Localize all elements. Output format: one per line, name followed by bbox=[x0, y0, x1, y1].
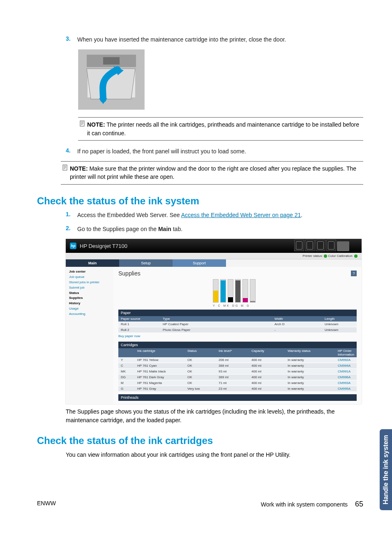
order-link[interactable]: CM993A bbox=[335, 380, 357, 386]
order-link[interactable]: CM992A bbox=[335, 357, 357, 363]
ink-axis-labels: Y C MK DG M G bbox=[213, 304, 357, 307]
supplies-page-description: The Supplies page shows you the status o… bbox=[66, 407, 363, 424]
step-4-text: If no paper is loaded, the front panel w… bbox=[77, 147, 246, 155]
cartridge-row: DGHP 761 Dark GrayOK389 ml400 mlIn warra… bbox=[118, 375, 357, 380]
buy-paper-link[interactable]: Buy paper now bbox=[118, 333, 357, 339]
note-icon bbox=[78, 120, 87, 137]
ews-status-bar: Printer status: Color Calibration bbox=[66, 253, 362, 259]
check-step-2-text-a: Go to the Supplies page on the bbox=[77, 226, 158, 232]
tab-setup[interactable]: Setup bbox=[119, 259, 173, 267]
sidebar-item-stored-jobs[interactable]: Stored jobs in printer bbox=[69, 280, 110, 285]
order-link[interactable]: CM996A bbox=[335, 375, 357, 380]
footer-right: Work with ink system components bbox=[261, 501, 348, 508]
check-step-1-text-b: . bbox=[301, 212, 302, 218]
help-icon[interactable]: ? bbox=[351, 271, 357, 276]
sidebar-item-submit-job[interactable]: Submit job bbox=[69, 285, 110, 291]
printer-status-value: Color Calibration bbox=[328, 254, 353, 258]
step-4: 4. If no paper is loaded, the front pane… bbox=[66, 147, 363, 155]
check-step-1: 1. Access the Embedded Web Server. See A… bbox=[66, 211, 363, 219]
hp-logo-icon: hp bbox=[70, 243, 76, 249]
check-step-2-text-b: tab. bbox=[171, 226, 182, 232]
order-link[interactable]: CM991A bbox=[335, 369, 357, 374]
cartridge-row: GHP 761 GrayVery low23 ml400 mlIn warran… bbox=[118, 386, 357, 392]
note-text: Make sure that the printer window and th… bbox=[70, 165, 356, 180]
cartridge-row: YHP 761 YellowOK206 ml400 mlIn warrantyC… bbox=[118, 357, 357, 363]
link-access-ews[interactable]: Access the Embedded Web Server on page 2… bbox=[181, 212, 301, 218]
step-3-text: When you have inserted the maintenance c… bbox=[77, 35, 286, 44]
check-step-2-number: 2. bbox=[66, 225, 77, 233]
check-step-1-number: 1. bbox=[66, 211, 77, 219]
check-step-2-bold: Main bbox=[158, 226, 171, 232]
order-link[interactable]: CM995A bbox=[335, 386, 357, 391]
status-dot-icon bbox=[354, 254, 357, 258]
printer-icon bbox=[337, 241, 349, 251]
sidebar-item-usage[interactable]: Usage bbox=[69, 306, 110, 312]
ink-cartridges-description: You can view information about your ink … bbox=[66, 451, 363, 459]
status-dot-icon bbox=[324, 254, 327, 258]
chapter-side-tab: Handle the ink system bbox=[380, 429, 392, 510]
ews-screenshot: hp HP Designjet T7100 Printer status: Co… bbox=[66, 239, 362, 404]
paper-row: Roll 1 HP Coated Paper Arch D Unknown bbox=[118, 321, 357, 327]
note-label: NOTE: bbox=[70, 165, 88, 172]
paper-table-header: Paper source Type Width Length bbox=[118, 316, 357, 321]
step-3-number: 3. bbox=[66, 35, 77, 44]
sidebar-item-accounting[interactable]: Accounting bbox=[69, 312, 110, 317]
ews-main-panel: Supplies ? Y C MK DG M G Paper Paper sou… bbox=[113, 267, 362, 404]
paper-section-header: Paper bbox=[118, 310, 357, 316]
cartridge-row: MKHP 761 Matte blackOK93 ml400 mlIn warr… bbox=[118, 369, 357, 375]
step-4-number: 4. bbox=[66, 147, 77, 155]
ews-tabs: Main Setup Support bbox=[66, 259, 362, 267]
check-step-1-text-a: Access the Embedded Web Server. See bbox=[77, 212, 181, 218]
maintenance-cartridge-figure bbox=[78, 49, 145, 110]
printer-status-label: Printer status: bbox=[302, 254, 323, 258]
ews-sidebar: Job center Job queue Stored jobs in prin… bbox=[66, 267, 113, 404]
tab-main[interactable]: Main bbox=[66, 259, 119, 267]
printheads-section-header: Printheads bbox=[118, 394, 357, 401]
tab-support[interactable]: Support bbox=[173, 259, 226, 267]
page-number: 65 bbox=[355, 500, 363, 508]
cartridges-section-header: Cartridges bbox=[118, 342, 357, 348]
note-icon bbox=[61, 164, 70, 181]
page-footer: ENWW Work with ink system components 65 bbox=[37, 500, 363, 509]
svg-rect-2 bbox=[103, 57, 120, 65]
heading-check-status-ink-cartridges: Check the status of the ink cartridges bbox=[37, 435, 363, 446]
paper-row: Roll 2 Photo Gloss Paper - Unknown bbox=[118, 327, 357, 333]
sidebar-item-supplies[interactable]: Supplies bbox=[69, 296, 110, 301]
header-cartridge-icons bbox=[294, 240, 349, 251]
note-label: NOTE: bbox=[87, 121, 105, 128]
order-link[interactable]: CM994A bbox=[335, 363, 357, 368]
footer-left: ENWW bbox=[37, 500, 56, 509]
cartridges-table-header: Ink cartridge Status Ink level* Capacity… bbox=[118, 348, 357, 357]
supplies-heading: Supplies bbox=[118, 270, 141, 277]
ews-product-title: HP Designjet T7100 bbox=[80, 243, 127, 249]
note-text: The printer needs all the ink cartridges… bbox=[87, 121, 359, 136]
cartridge-row: MHP 761 MagentaOK71 ml400 mlIn warrantyC… bbox=[118, 380, 357, 386]
sidebar-item-history[interactable]: History bbox=[69, 301, 110, 306]
cartridge-row: CHP 761 CyanOK388 ml400 mlIn warrantyCM9… bbox=[118, 363, 357, 369]
ews-header: hp HP Designjet T7100 bbox=[66, 239, 362, 253]
ink-level-chart bbox=[213, 280, 357, 303]
check-step-2: 2. Go to the Supplies page on the Main t… bbox=[66, 225, 363, 233]
sidebar-item-job-queue[interactable]: Job queue bbox=[69, 275, 110, 280]
heading-check-status-ink-system: Check the status of the ink system bbox=[37, 195, 363, 207]
sidebar-item-status[interactable]: Status bbox=[69, 291, 110, 296]
sidebar-item-job-center[interactable]: Job center bbox=[69, 269, 110, 275]
note-close-doors: NOTE: Make sure that the printer window … bbox=[61, 161, 363, 185]
note-ink-required: NOTE: The printer needs all the ink cart… bbox=[78, 117, 363, 141]
step-3: 3. When you have inserted the maintenanc… bbox=[66, 35, 363, 44]
